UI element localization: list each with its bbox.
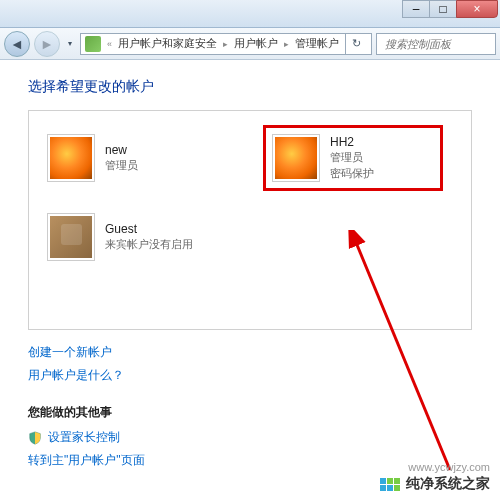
breadcrumb-level2[interactable]: 用户帐户 [234, 36, 278, 51]
accounts-panel: new 管理员 HH2 管理员 密码保护 Guest 来宾帐户没有启用 [28, 110, 472, 330]
window-controls: – □ × [403, 0, 498, 18]
content-area: 选择希望更改的帐户 new 管理员 HH2 管理员 密码保护 [0, 60, 500, 493]
watermark: 纯净系统之家 [380, 475, 490, 493]
refresh-button[interactable]: ↻ [345, 33, 367, 55]
account-name: HH2 [330, 135, 374, 149]
suitcase-icon [50, 216, 92, 258]
goto-main-link[interactable]: 转到主"用户帐户"页面 [28, 452, 472, 469]
links-section: 创建一个新帐户 用户帐户是什么？ [28, 344, 472, 384]
breadcrumb-level1[interactable]: 用户帐户和家庭安全 [118, 36, 217, 51]
what-is-account-link[interactable]: 用户帐户是什么？ [28, 367, 472, 384]
create-account-link[interactable]: 创建一个新帐户 [28, 344, 472, 361]
flower-icon [275, 137, 317, 179]
account-card-guest[interactable]: Guest 来宾帐户没有启用 [43, 209, 223, 265]
account-role: 管理员 [105, 158, 138, 173]
watermark-text: 纯净系统之家 [406, 475, 490, 493]
flower-icon [50, 137, 92, 179]
shield-icon [28, 431, 42, 445]
accounts-grid: new 管理员 HH2 管理员 密码保护 Guest 来宾帐户没有启用 [43, 125, 457, 265]
account-info: Guest 来宾帐户没有启用 [105, 222, 193, 252]
account-info: HH2 管理员 密码保护 [330, 135, 374, 181]
history-dropdown[interactable]: ▾ [64, 34, 76, 54]
watermark-logo-icon [380, 478, 400, 491]
avatar [47, 213, 95, 261]
watermark-url: www.ycwjzy.com [408, 461, 490, 473]
account-card-new[interactable]: new 管理员 [43, 125, 223, 191]
other-things-section: 您能做的其他事 设置家长控制 转到主"用户帐户"页面 [28, 404, 472, 469]
toolbar: ◄ ► ▾ « 用户帐户和家庭安全 ▸ 用户帐户 ▸ 管理帐户 ↻ [0, 28, 500, 60]
titlebar: – □ × [0, 0, 500, 28]
parental-controls-link[interactable]: 设置家长控制 [28, 429, 472, 446]
account-role: 管理员 [330, 150, 374, 165]
avatar [272, 134, 320, 182]
maximize-button[interactable]: □ [429, 0, 457, 18]
account-extra: 密码保护 [330, 166, 374, 181]
account-name: Guest [105, 222, 193, 236]
minimize-button[interactable]: – [402, 0, 430, 18]
breadcrumb-level3[interactable]: 管理帐户 [295, 36, 339, 51]
other-heading: 您能做的其他事 [28, 404, 472, 421]
forward-button[interactable]: ► [34, 31, 60, 57]
account-card-hh2[interactable]: HH2 管理员 密码保护 [263, 125, 443, 191]
page-heading: 选择希望更改的帐户 [28, 78, 472, 96]
account-role: 来宾帐户没有启用 [105, 237, 193, 252]
address-icon [85, 36, 101, 52]
search-input[interactable] [385, 38, 500, 50]
account-info: new 管理员 [105, 143, 138, 173]
parental-label: 设置家长控制 [48, 429, 120, 446]
avatar [47, 134, 95, 182]
breadcrumb-sep: « [107, 39, 112, 49]
close-button[interactable]: × [456, 0, 498, 18]
breadcrumb-sep: ▸ [284, 39, 289, 49]
search-box[interactable] [376, 33, 496, 55]
breadcrumb-sep: ▸ [223, 39, 228, 49]
back-button[interactable]: ◄ [4, 31, 30, 57]
account-name: new [105, 143, 138, 157]
address-bar[interactable]: « 用户帐户和家庭安全 ▸ 用户帐户 ▸ 管理帐户 ↻ [80, 33, 372, 55]
